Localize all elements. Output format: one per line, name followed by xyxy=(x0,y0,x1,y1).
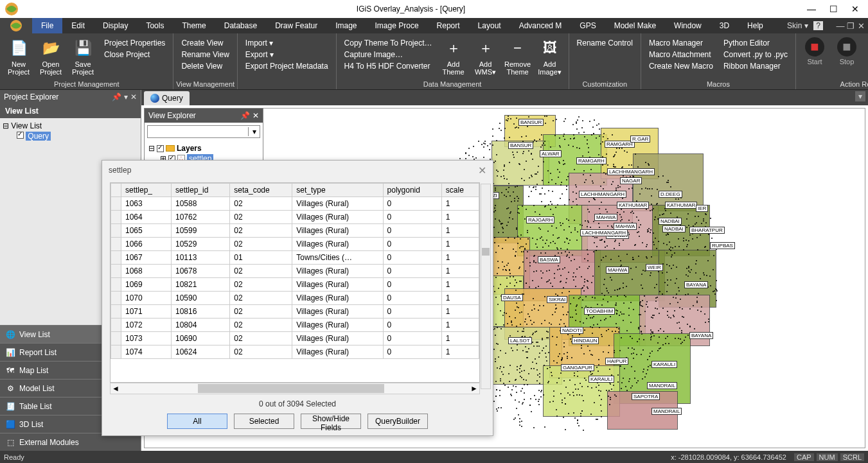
table-row[interactable]: 10741062402Villages (Rural)01 xyxy=(111,345,479,359)
table-cell[interactable]: 1 xyxy=(441,345,479,359)
table-row[interactable]: 10701059002Villages (Rural)01 xyxy=(111,292,479,305)
table-cell[interactable]: 0 xyxy=(383,197,441,211)
close-icon[interactable]: ✕ xyxy=(252,111,259,120)
table-cell[interactable]: 02 xyxy=(230,197,292,211)
menu-item-window[interactable]: Window xyxy=(665,18,711,33)
row-header[interactable] xyxy=(111,278,121,292)
table-cell[interactable]: 10762 xyxy=(172,211,230,224)
tab-menu-button[interactable]: ▾ xyxy=(855,91,865,101)
recorder-start-button[interactable]: ■Start xyxy=(800,36,829,78)
row-header[interactable] xyxy=(111,197,121,211)
macro-attachment-button[interactable]: Macro Attachment xyxy=(645,49,717,60)
mdi-minimize-button[interactable]: — xyxy=(836,21,845,31)
table-cell[interactable]: 02 xyxy=(230,238,292,251)
menu-item-tools[interactable]: Tools xyxy=(137,18,173,33)
row-header[interactable] xyxy=(111,345,121,359)
remove-theme-button[interactable]: −RemoveTheme xyxy=(503,36,533,78)
row-header[interactable] xyxy=(111,224,121,238)
rename-view-button[interactable]: Rename View xyxy=(177,49,233,60)
menu-item-theme[interactable]: Theme xyxy=(173,18,215,33)
all-button[interactable]: All xyxy=(167,414,227,429)
table-cell[interactable]: 10816 xyxy=(172,305,230,319)
python-editor-button[interactable]: Python Editor xyxy=(720,37,792,49)
table-cell[interactable]: Villages (Rural) xyxy=(292,292,383,305)
tree-item-query[interactable]: Query xyxy=(26,132,51,141)
table-cell[interactable]: 10590 xyxy=(172,292,230,305)
table-cell[interactable]: 10599 xyxy=(172,224,230,238)
menu-item-layout[interactable]: Layout xyxy=(469,18,510,33)
table-cell[interactable]: 0 xyxy=(383,319,441,332)
table-cell[interactable]: 0 xyxy=(383,238,441,251)
add-image--button[interactable]: 🖼AddImage▾ xyxy=(535,36,565,78)
add-wms--button[interactable]: ＋AddWMS▾ xyxy=(471,36,500,78)
table-cell[interactable]: 02 xyxy=(230,224,292,238)
export--button[interactable]: Export ▾ xyxy=(242,49,332,60)
new-project-button[interactable]: 📄NewProject xyxy=(4,36,33,78)
close-icon[interactable]: ✕ xyxy=(130,92,137,101)
table-cell[interactable]: 1 xyxy=(441,292,479,305)
table-row[interactable]: 10731069002Villages (Rural)01 xyxy=(111,332,479,345)
menu-item-draw-featur[interactable]: Draw Featur xyxy=(266,18,326,33)
table-cell[interactable]: 1071 xyxy=(121,305,172,319)
table-cell[interactable]: 1 xyxy=(441,224,479,238)
table-cell[interactable]: 02 xyxy=(230,278,292,292)
table-cell[interactable]: Villages (Rural) xyxy=(292,345,383,359)
table-cell[interactable]: 10588 xyxy=(172,197,230,211)
pin-icon[interactable]: 📌 xyxy=(112,92,121,101)
tab-query[interactable]: Query xyxy=(144,91,190,105)
checkbox-icon[interactable] xyxy=(157,145,164,152)
row-header[interactable] xyxy=(111,238,121,251)
menu-item-gps[interactable]: GPS xyxy=(571,18,605,33)
table-cell[interactable]: 02 xyxy=(230,319,292,332)
table-cell[interactable]: 0 xyxy=(383,224,441,238)
table-row[interactable]: 10631058802Villages (Rural)01 xyxy=(111,197,479,211)
table-cell[interactable]: 10678 xyxy=(172,265,230,278)
column-header[interactable]: set_type xyxy=(292,184,383,197)
create-view-button[interactable]: Create View xyxy=(177,37,233,49)
table-cell[interactable]: Villages (Rural) xyxy=(292,211,383,224)
menu-item-display[interactable]: Display xyxy=(94,18,137,33)
table-cell[interactable]: 01 xyxy=(230,251,292,265)
menu-item-file[interactable]: File xyxy=(32,18,62,33)
close-icon[interactable]: ✕ xyxy=(478,164,486,177)
table-cell[interactable]: 10804 xyxy=(172,319,230,332)
table-row[interactable]: 10661052902Villages (Rural)01 xyxy=(111,238,479,251)
table-cell[interactable]: 10113 xyxy=(172,251,230,265)
menu-item-image-proce[interactable]: Image Proce xyxy=(366,18,428,33)
table-cell[interactable]: 1 xyxy=(441,211,479,224)
row-header[interactable] xyxy=(111,265,121,278)
export-project-metadata-button[interactable]: Export Project Metadata xyxy=(242,60,332,72)
rename-control-button[interactable]: Rename Control xyxy=(573,37,637,49)
menu-item-database[interactable]: Database xyxy=(215,18,266,33)
table-row[interactable]: 10681067802Villages (Rural)01 xyxy=(111,265,479,278)
skin-selector[interactable]: Skin ▾ ? xyxy=(787,18,823,33)
row-header[interactable] xyxy=(111,211,121,224)
mdi-close-button[interactable]: ✕ xyxy=(856,21,865,31)
table-cell[interactable]: Villages (Rural) xyxy=(292,305,383,319)
table-cell[interactable]: 0 xyxy=(383,251,441,265)
mdi-restore-button[interactable]: ❐ xyxy=(846,21,855,31)
recorder-stop-button[interactable]: ■Stop xyxy=(832,36,862,78)
window-close-button[interactable]: ✕ xyxy=(845,1,865,17)
selected-button[interactable]: Selected xyxy=(234,414,294,429)
help-icon[interactable]: ? xyxy=(813,21,823,30)
table-cell[interactable]: 1073 xyxy=(121,332,172,345)
scrollbar-thumb[interactable] xyxy=(198,384,384,393)
table-cell[interactable]: 02 xyxy=(230,305,292,319)
table-cell[interactable]: 0 xyxy=(383,211,441,224)
tree-collapse-icon[interactable]: ⊟ xyxy=(3,121,9,130)
row-header[interactable] xyxy=(111,305,121,319)
table-cell[interactable]: 10624 xyxy=(172,345,230,359)
table-cell[interactable]: 0 xyxy=(383,305,441,319)
table-cell[interactable]: 1 xyxy=(441,265,479,278)
table-cell[interactable]: 1069 xyxy=(121,278,172,292)
h-to-h-hdf-converter-button[interactable]: H4 To H5 HDF Converter xyxy=(341,60,436,72)
table-cell[interactable]: 1067 xyxy=(121,251,172,265)
table-cell[interactable]: 1065 xyxy=(121,224,172,238)
show-hide-fields-button[interactable]: Show/Hide Fields xyxy=(301,414,361,429)
macro-manager-button[interactable]: Macro Manager xyxy=(645,37,717,49)
ribbon-manager-button[interactable]: Ribbon Manager xyxy=(720,60,792,72)
column-header[interactable]: settlep_id xyxy=(172,184,230,197)
add-theme-button[interactable]: ＋AddTheme xyxy=(439,36,468,78)
table-cell[interactable]: 1070 xyxy=(121,292,172,305)
